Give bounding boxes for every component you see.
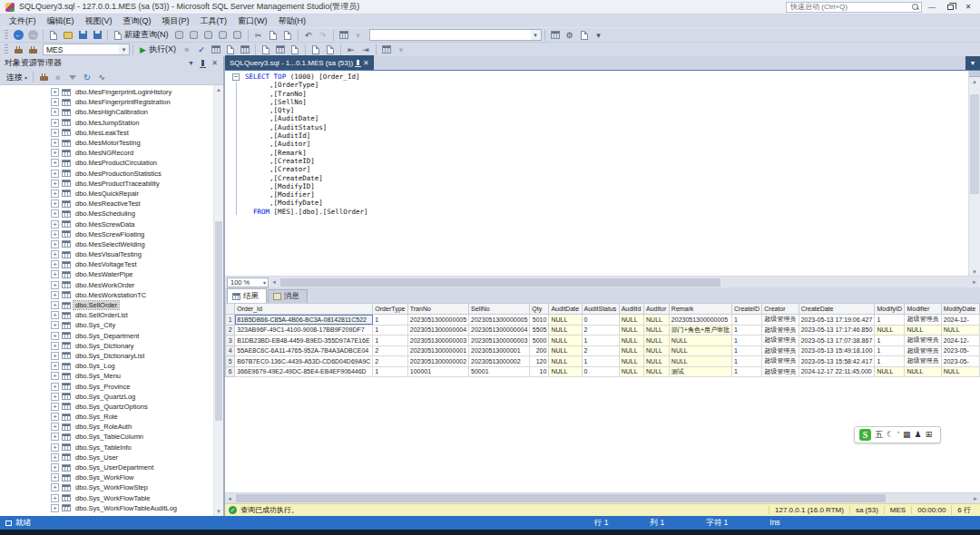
grid-cell[interactable]: 超级管理员 [762, 325, 799, 336]
expand-plus-icon[interactable]: + [51, 403, 59, 411]
tree-item[interactable]: +dbo.Sys_Log [0, 361, 213, 371]
expand-plus-icon[interactable]: + [51, 88, 59, 96]
tree-item[interactable]: +dbo.MesProductionStatistics [0, 169, 213, 179]
menu-item[interactable]: 工具(T) [195, 15, 233, 28]
grid-cell[interactable]: NULL [549, 356, 582, 367]
grid-cell[interactable]: 2023-05-13 17:19:06.427 [799, 315, 875, 326]
tab-sqlquery3[interactable]: SQLQuery3.sql - 1...0.1.MES (sa (53)) ✕ [225, 55, 374, 70]
grid-cell[interactable]: 200 [530, 345, 549, 356]
grid-cell[interactable]: 1 [732, 325, 762, 336]
grid-cell[interactable]: NULL [941, 366, 979, 377]
grid-cell[interactable]: 测试 [669, 366, 731, 377]
row-number[interactable]: 1 [226, 315, 235, 326]
grid-cell[interactable]: 2023-05-13 17:17:46.850 [799, 325, 875, 336]
analysis-query-button-1[interactable] [188, 29, 201, 42]
grid-cell[interactable]: NULL [549, 366, 582, 377]
grid-cell[interactable]: 20230513000002 [469, 356, 530, 367]
tree-item[interactable]: +dbo.Sys_WorkFlowStep [0, 482, 213, 492]
tree-item[interactable]: +dbo.Sys_QuartzOptions [0, 402, 213, 412]
expand-plus-icon[interactable]: + [51, 311, 59, 319]
parse-button[interactable]: ✓ [195, 44, 208, 56]
person-icon[interactable]: ♟ [915, 431, 922, 439]
grid-cell[interactable]: 2023051300000005 [407, 315, 468, 326]
grid-cell[interactable]: NULL [619, 336, 643, 346]
expand-plus-icon[interactable]: + [51, 190, 59, 198]
expand-plus-icon[interactable]: + [51, 453, 59, 462]
grid-cell[interactable]: 超级管理员 [905, 356, 941, 367]
grid-cell[interactable]: 1 [875, 315, 905, 326]
comment-button[interactable] [309, 44, 322, 56]
code-line[interactable]: ,[CreateDate] [245, 174, 967, 182]
expand-plus-icon[interactable]: + [51, 463, 59, 472]
grid-cell[interactable]: 2023-05-13 15:58:42.417 [799, 356, 875, 367]
grid-cell[interactable]: 超级管理员 [762, 356, 799, 367]
grid-cell[interactable]: NULL [875, 366, 905, 377]
grid-cell[interactable]: NULL [669, 336, 731, 346]
code-line[interactable]: ,[OrderType] [245, 81, 967, 89]
row-number[interactable]: 6 [226, 366, 235, 377]
results-to-grid-button[interactable] [274, 44, 287, 56]
tree-item[interactable]: +dbo.SellOrderList [0, 310, 213, 320]
tree-item[interactable]: +dbo.MesLeakTest [0, 128, 213, 138]
row-number[interactable]: 3 [226, 336, 235, 346]
results-to-file-button[interactable] [289, 44, 301, 56]
tree-item[interactable]: +dbo.MesNGRecord [0, 148, 213, 158]
intellisense-button[interactable] [239, 44, 251, 56]
save-button[interactable] [76, 29, 89, 42]
ime-mode-label[interactable]: 五 [875, 431, 883, 439]
grid-cell[interactable]: 366E9679-49E2-49DC-85E4-EB4EF906446D [235, 366, 373, 377]
tree-item[interactable]: +dbo.SellOrder [0, 300, 213, 310]
undo-button[interactable]: ↶ [302, 29, 315, 42]
code-line[interactable]: SELECT TOP (1000) [Order_Id] [245, 73, 967, 81]
expand-plus-icon[interactable]: + [51, 230, 59, 238]
grid-cell[interactable]: 1 [373, 325, 407, 336]
code-line[interactable]: ,[Remark] [245, 149, 967, 157]
grid-column-header[interactable]: AuditDate [549, 304, 582, 315]
grid-cell[interactable]: 超级管理员 [762, 366, 799, 377]
expand-plus-icon[interactable]: + [51, 483, 59, 491]
uncomment-button[interactable] [324, 44, 337, 56]
grid-cell[interactable]: NULL [549, 345, 582, 356]
grid-column-header[interactable]: AuditStatus [582, 304, 619, 315]
scroll-down-icon[interactable]: ▼ [214, 507, 223, 516]
grid-cell[interactable]: NULL [644, 345, 670, 356]
tree-item[interactable]: +dbo.Sys_City [0, 320, 213, 330]
open-file-button[interactable] [62, 29, 74, 42]
grid-cell[interactable]: 323AB96F-49C1-4100-9008-17BB9F209DF7 [235, 325, 373, 336]
grid-cell[interactable]: 0 [582, 366, 619, 377]
grid-cell[interactable]: 2 [582, 325, 619, 336]
grid-column-header[interactable]: CreateID [732, 304, 762, 315]
new-query-button[interactable]: 新建查询(N) [111, 28, 172, 42]
analysis-query-button-2[interactable] [202, 29, 215, 42]
grid-cell[interactable]: 超级管理员 [905, 315, 941, 326]
grid-cell[interactable]: 2023051300000004 [469, 325, 530, 336]
grid-cell[interactable]: NULL [644, 315, 670, 326]
grid-cell[interactable]: NULL [619, 345, 643, 356]
scroll-left-icon[interactable]: ◄ [225, 496, 234, 501]
scroll-up-icon[interactable]: ▲ [214, 85, 223, 94]
cancel-query-button[interactable]: ■ [181, 44, 193, 56]
grid-cell[interactable]: 2023051300000005 [469, 315, 530, 326]
grid-cell[interactable]: 2 [373, 345, 407, 356]
expand-plus-icon[interactable]: + [51, 159, 59, 167]
expand-plus-icon[interactable]: + [51, 170, 59, 178]
tree-item[interactable]: +dbo.Sys_Department [0, 331, 213, 341]
grid-cell[interactable]: 1 [732, 345, 762, 356]
tree-item[interactable]: +dbo.MesFingerprintLoginHistory [0, 87, 213, 97]
expand-plus-icon[interactable]: + [51, 362, 59, 370]
grid-cell[interactable]: 超级管理员 [905, 345, 941, 356]
sql-editor[interactable]: − SELECT TOP (1000) [Order_Id] ,[OrderTy… [225, 71, 980, 276]
overflow-button-2[interactable]: ▾ [395, 44, 407, 56]
row-number[interactable]: 2 [226, 325, 235, 336]
code-line[interactable]: ,[CreateID] [245, 157, 967, 165]
grid-cell[interactable]: 1 [373, 366, 407, 377]
menu-item[interactable]: 窗口(W) [232, 15, 273, 28]
toolbar-dropdown[interactable]: ▾ [352, 29, 365, 42]
grid-cell[interactable]: 10 [530, 366, 549, 377]
grid-cell[interactable]: NULL [644, 336, 670, 346]
tree-item[interactable]: +dbo.Sys_User [0, 452, 213, 462]
find-combo[interactable]: ▾ [369, 29, 542, 41]
tree-item[interactable]: +dbo.MesScrewData [0, 219, 213, 229]
grid-cell[interactable]: 1 [732, 356, 762, 367]
menu-item[interactable]: 文件(F) [4, 15, 42, 28]
